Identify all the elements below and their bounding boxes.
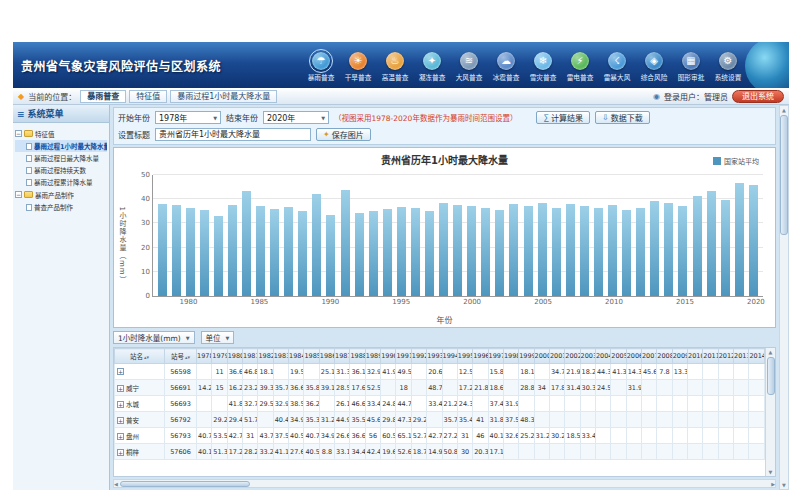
table-row[interactable]: +普安5679229.229.451.740.434.935.331.244.9…: [115, 412, 765, 428]
tree-item[interactable]: 暴雨过程日最大降水量: [15, 152, 107, 164]
column-header-year-1994[interactable]: 1994: [442, 349, 457, 364]
column-header-year-2004[interactable]: 2004: [595, 349, 610, 364]
column-header-year-1985[interactable]: 1985: [304, 349, 319, 364]
bar-2016[interactable]: [693, 196, 702, 296]
collapse-icon[interactable]: −: [15, 191, 22, 198]
page-vertical-scrollbar[interactable]: ▲ ▼: [779, 105, 789, 490]
bar-2000[interactable]: [467, 206, 476, 296]
bar-2004[interactable]: [524, 206, 533, 296]
bar-2018[interactable]: [721, 200, 730, 296]
scroll-right-icon[interactable]: ▶: [771, 480, 775, 488]
tree-item[interactable]: 暴雨过程持续天数: [15, 164, 107, 176]
scrollbar-thumb[interactable]: [780, 115, 788, 235]
tree-group[interactable]: −特征值: [15, 127, 107, 140]
data-download-button[interactable]: ⇩ 数据下载: [595, 111, 650, 124]
column-header-year-2005[interactable]: 2005: [611, 349, 626, 364]
column-header-year-2002[interactable]: 2002: [565, 349, 580, 364]
bar-2015[interactable]: [678, 206, 687, 296]
tree-item[interactable]: 暴雨过程累计降水量: [15, 176, 107, 188]
bar-2009[interactable]: [594, 208, 603, 296]
column-header-year-2001[interactable]: 2001: [549, 349, 564, 364]
nav-item-thunderstorm[interactable]: ☇雷暴大风: [600, 49, 634, 82]
table-vertical-scrollbar[interactable]: ▲ ▼: [765, 348, 775, 476]
table-filter-1[interactable]: 1小时降水量(mm)▼: [113, 331, 195, 344]
bar-1997[interactable]: [425, 211, 434, 296]
column-header-year-1999[interactable]: 1999: [519, 349, 534, 364]
scroll-up-icon[interactable]: ▲: [782, 106, 786, 114]
scrollbar-thumb[interactable]: [767, 357, 775, 395]
bar-1979[interactable]: [172, 205, 181, 296]
column-header-year-1992[interactable]: 1992: [411, 349, 426, 364]
expand-row-icon[interactable]: +: [117, 385, 124, 392]
nav-item-lightning[interactable]: ⚡雷电普查: [563, 49, 597, 82]
bar-1983[interactable]: [228, 205, 237, 296]
table-row[interactable]: +水城5669341.832.729.532.938.536.226.146.6…: [115, 396, 765, 412]
column-header-year-1991[interactable]: 1991: [396, 349, 411, 364]
table-filter-2[interactable]: 单位▼: [201, 331, 235, 344]
bar-1996[interactable]: [411, 208, 420, 296]
bar-2012[interactable]: [636, 208, 645, 296]
bar-1987[interactable]: [284, 207, 293, 296]
column-header-year-1980[interactable]: 1980: [227, 349, 242, 364]
bar-1994[interactable]: [383, 209, 392, 296]
column-header-year-1990[interactable]: 1990: [381, 349, 396, 364]
table-row[interactable]: +565981136.646.818.119.525.131.336.132.9…: [115, 364, 765, 380]
nav-item-wind[interactable]: ≋大风普查: [452, 49, 486, 82]
column-header-year-1995[interactable]: 1995: [457, 349, 472, 364]
breadcrumb-tab[interactable]: 暴雨普查: [80, 90, 126, 103]
bar-1998[interactable]: [439, 203, 448, 296]
scrollbar-thumb[interactable]: [120, 481, 250, 487]
column-header-year-2008[interactable]: 2008: [657, 349, 672, 364]
expand-row-icon[interactable]: +: [117, 417, 124, 424]
expand-row-icon[interactable]: +: [117, 433, 124, 440]
nav-item-composite-risk[interactable]: ◈综合风险: [637, 49, 671, 82]
nav-item-graphic-approval[interactable]: ▦图形审批: [674, 49, 708, 82]
breadcrumb-tab[interactable]: 特征值: [129, 90, 167, 103]
tree-group[interactable]: −暴雨产品制作: [15, 188, 107, 201]
chart-title-input[interactable]: 贵州省历年1小时最大降水量: [155, 128, 311, 141]
tree-item[interactable]: 暴雨过程1小时最大降水量: [15, 140, 107, 152]
column-header-id[interactable]: 站号▴▾: [165, 349, 197, 364]
column-header-year-1986[interactable]: 1986: [319, 349, 334, 364]
bar-2008[interactable]: [580, 206, 589, 297]
column-header-year-1988[interactable]: 1988: [350, 349, 365, 364]
bar-1988[interactable]: [298, 211, 307, 296]
bar-2013[interactable]: [650, 201, 659, 296]
start-year-select[interactable]: 1978年 ▼: [155, 111, 221, 124]
table-row[interactable]: +盘州5679340.753.542.73143.737.540.540.734…: [115, 428, 765, 444]
column-header-year-1998[interactable]: 1998: [503, 349, 518, 364]
column-header-year-2006[interactable]: 2006: [626, 349, 641, 364]
bar-1989[interactable]: [312, 194, 321, 296]
expand-row-icon[interactable]: +: [117, 449, 124, 456]
bar-1982[interactable]: [214, 216, 223, 296]
horizontal-scrollbar[interactable]: ◀ ▶: [113, 479, 776, 488]
scroll-down-icon[interactable]: ▼: [782, 481, 786, 489]
column-header-year-2003[interactable]: 2003: [580, 349, 595, 364]
column-header-year-2009[interactable]: 2009: [672, 349, 687, 364]
column-header-year-1997[interactable]: 1997: [488, 349, 503, 364]
bar-1984[interactable]: [242, 191, 251, 296]
column-header-year-1982[interactable]: 1982: [258, 349, 273, 364]
bar-1985[interactable]: [256, 206, 265, 296]
column-header-year-2013[interactable]: 2013: [734, 349, 749, 364]
nav-item-rainstorm[interactable]: ☂暴雨普查: [304, 49, 338, 82]
table-row[interactable]: +桐梓5760640.151.317.228.233.241.127.640.5…: [115, 444, 765, 460]
bar-1978[interactable]: [158, 204, 167, 296]
logout-button[interactable]: 退出系统: [732, 90, 784, 103]
column-header-year-2010[interactable]: 2010: [688, 349, 703, 364]
column-header-year-1979[interactable]: 1979: [212, 349, 227, 364]
bar-2010[interactable]: [608, 205, 617, 296]
breadcrumb-tab[interactable]: 暴雨过程1小时最大降水量: [170, 90, 277, 103]
end-year-select[interactable]: 2020年 ▼: [263, 111, 329, 124]
nav-item-snow[interactable]: ❄雪灾普查: [526, 49, 560, 82]
scroll-up-icon[interactable]: ▲: [769, 348, 773, 356]
bar-1992[interactable]: [355, 213, 364, 296]
column-header-year-1984[interactable]: 1984: [289, 349, 304, 364]
bar-2017[interactable]: [707, 191, 716, 297]
bar-2007[interactable]: [566, 204, 575, 296]
bar-2006[interactable]: [552, 208, 561, 296]
nav-item-drought[interactable]: ☀干旱普查: [341, 49, 375, 82]
column-header-year-1983[interactable]: 1983: [273, 349, 288, 364]
bar-2011[interactable]: [622, 210, 631, 296]
expand-row-icon[interactable]: +: [117, 368, 124, 375]
